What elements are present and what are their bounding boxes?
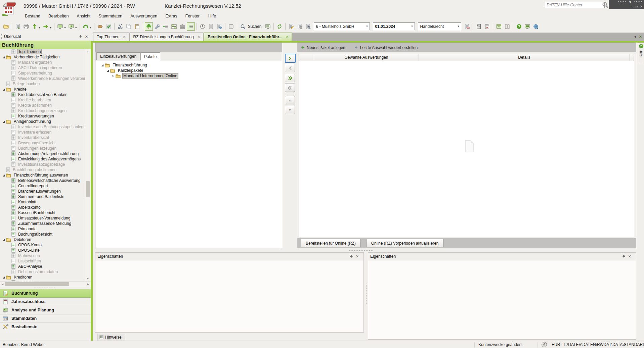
tree-item[interactable]: ABC-Analyse bbox=[0, 264, 85, 269]
tree-expander-icon[interactable]: ◢ bbox=[100, 64, 105, 67]
tab-scroll-icon[interactable]: ▼ bbox=[634, 35, 637, 39]
tree-item[interactable]: Top-Themen bbox=[0, 49, 85, 54]
menu-auswertungen[interactable]: Auswertungen bbox=[127, 13, 161, 19]
tree-expander-icon[interactable]: ▷ bbox=[111, 74, 116, 78]
nav-up-icon[interactable] bbox=[31, 22, 39, 31]
tab-close-icon[interactable]: ✕ bbox=[197, 35, 200, 39]
tree-item[interactable]: ◢Kredite bbox=[0, 87, 85, 92]
scroll-right-icon[interactable]: ▶ bbox=[86, 282, 91, 287]
paste-icon[interactable] bbox=[133, 22, 141, 31]
tree-item[interactable]: Bewegungsübersicht bbox=[0, 140, 85, 146]
tree-item[interactable]: Zusammenfassende Meldung bbox=[0, 221, 85, 226]
tree-item[interactable]: Kreditübersicht von Banken bbox=[0, 92, 85, 97]
nav-forward-icon[interactable] bbox=[42, 22, 50, 31]
calculator-icon[interactable] bbox=[475, 22, 483, 31]
tree-item[interactable]: Mandant ergänzen bbox=[0, 60, 85, 65]
tree-item[interactable]: Mahnwesen bbox=[0, 253, 85, 258]
tree-item[interactable]: ASCII-Daten importieren bbox=[0, 65, 85, 70]
sidebar-splitter[interactable] bbox=[34, 287, 55, 289]
tree-item[interactable]: Buchführung abstimmen bbox=[0, 167, 85, 172]
tree-item[interactable]: OPOS-Konto bbox=[0, 242, 85, 248]
tree-item[interactable]: Investitionsabzugsbeträge bbox=[0, 162, 85, 167]
tree-item[interactable]: ◢Kanzleipakete bbox=[95, 68, 282, 73]
tree-item[interactable]: Kassen-/Bankbericht bbox=[0, 210, 85, 215]
account-tree-icon[interactable] bbox=[145, 22, 153, 31]
button-online-rz-vorperioden-aktualisieren[interactable]: Online (RZ) Vorperioden aktualisieren bbox=[366, 239, 444, 247]
toolbar-combo-client[interactable]: 6 - Musterholz GmbH▼ bbox=[314, 22, 370, 30]
tree-item[interactable]: Buchungen erzeugen bbox=[0, 146, 85, 151]
database-icon[interactable] bbox=[227, 22, 235, 31]
menu-hilfe[interactable]: Hilfe bbox=[204, 13, 219, 19]
column-header-empty[interactable] bbox=[630, 54, 634, 61]
list-view-icon[interactable] bbox=[187, 22, 195, 31]
tree-item[interactable]: Inventare aus Buchungsstapel anlegen bbox=[0, 124, 85, 130]
tree-item[interactable]: Debitorenstammdaten bbox=[0, 269, 85, 275]
tree-item[interactable]: Abstimmung Anlagenbuchführung bbox=[0, 151, 85, 156]
scroll-left-icon[interactable]: ◀ bbox=[0, 282, 5, 287]
refresh-icon[interactable] bbox=[275, 22, 284, 31]
calculator-doc-icon[interactable] bbox=[483, 22, 491, 31]
tree-item[interactable]: ◢Finanzbuchführung bbox=[95, 62, 282, 68]
tree-item[interactable]: ▷Mandant Unternehmen Online bbox=[95, 73, 282, 79]
tab-pakete[interactable]: Pakete bbox=[140, 52, 160, 60]
sidebar-item-stammdaten[interactable]: Stammdaten bbox=[0, 314, 91, 323]
menu-ansicht[interactable]: Ansicht bbox=[73, 13, 94, 19]
sidebar-item-analyse-und-planung[interactable]: Analyse und Planung bbox=[0, 306, 91, 314]
phone-icon[interactable] bbox=[82, 22, 90, 31]
sidebar-item-basisdienste[interactable]: Basisdienste bbox=[0, 323, 91, 331]
tree-expander-icon[interactable]: ◢ bbox=[105, 69, 110, 72]
close-panel-icon[interactable]: ✕ bbox=[85, 35, 88, 39]
sidebar-item-buchf-hrung[interactable]: Buchführung bbox=[0, 289, 91, 298]
toolbar-combo-law[interactable]: Handelsrecht▼ bbox=[418, 22, 461, 30]
tree-item[interactable]: Inventare erfassen bbox=[0, 130, 85, 135]
close-button[interactable]: ✕ bbox=[640, 5, 643, 8]
scroll-up-icon[interactable]: ▲ bbox=[85, 49, 91, 54]
cut-icon[interactable] bbox=[116, 22, 124, 31]
tree-item[interactable]: OPOS-Liste bbox=[0, 248, 85, 253]
chevron-down-icon[interactable]: ▼ bbox=[49, 27, 52, 29]
action-letzte-auswahl-wiederherstellen[interactable]: Letzte Auswahl wiederherstellen bbox=[354, 45, 418, 50]
menu-extras[interactable]: Extras bbox=[162, 13, 180, 19]
help-search-icon[interactable] bbox=[602, 1, 609, 10]
chevron-down-icon[interactable]: ▼ bbox=[410, 25, 414, 28]
export-doc-icon[interactable] bbox=[14, 22, 22, 31]
tree-item[interactable]: ◢Kreditoren bbox=[0, 275, 85, 280]
tree-item[interactable]: Inventarübersicht bbox=[0, 135, 85, 140]
task-check-icon[interactable] bbox=[104, 22, 113, 31]
scroll-down-icon[interactable]: ▼ bbox=[85, 276, 91, 281]
tree-item[interactable]: Kontoblatt bbox=[0, 199, 85, 205]
tree-item[interactable]: ◢Debitoren bbox=[0, 237, 85, 242]
drag-grip-icon[interactable] bbox=[618, 1, 627, 3]
stamp-doc-icon[interactable] bbox=[215, 22, 223, 31]
search-icon[interactable] bbox=[239, 22, 247, 31]
tree-item[interactable]: Kreditbuchungen erzeugen bbox=[0, 108, 85, 113]
tree-expander-icon[interactable]: ◢ bbox=[1, 276, 6, 279]
doc-edit-icon[interactable] bbox=[287, 22, 295, 31]
history-icon[interactable] bbox=[199, 22, 207, 31]
tree-item[interactable]: Arbeitskonto bbox=[0, 205, 85, 210]
doc-search-icon[interactable] bbox=[304, 22, 312, 31]
doc-lock-icon[interactable] bbox=[296, 22, 304, 31]
menu-stammdaten[interactable]: Stammdaten bbox=[95, 13, 126, 19]
move-up-button[interactable]: ▲ bbox=[285, 96, 295, 104]
move-down-button[interactable]: ▼ bbox=[285, 106, 295, 114]
minimize-button[interactable]: — bbox=[629, 5, 633, 8]
tree-item[interactable]: Primanota bbox=[0, 226, 85, 232]
chevron-down-icon[interactable]: ▼ bbox=[75, 27, 77, 29]
wrench-icon[interactable] bbox=[153, 22, 161, 31]
tree-expander-icon[interactable]: ◢ bbox=[1, 238, 6, 241]
sidebar-item-jahresabschluss[interactable]: Jahresabschluss bbox=[0, 298, 91, 306]
tree-expander-icon[interactable]: ◢ bbox=[1, 120, 6, 123]
print-icon[interactable] bbox=[22, 22, 30, 31]
handshake-icon[interactable] bbox=[96, 22, 104, 31]
menu-bearbeiten[interactable]: Bearbeiten bbox=[45, 13, 72, 19]
tab-einzelauswertungen[interactable]: Einzelauswertungen bbox=[96, 52, 140, 60]
move-all-right-button[interactable] bbox=[285, 74, 295, 82]
panel-grip-icon[interactable] bbox=[1, 34, 3, 39]
tree-item[interactable]: Wiederkehrende Buchungen verarbeit... bbox=[0, 76, 85, 81]
archive-icon[interactable] bbox=[495, 22, 503, 31]
move-all-left-button[interactable] bbox=[285, 84, 295, 92]
tree-item[interactable]: Belege buchen bbox=[0, 81, 85, 87]
tab-close-icon[interactable]: ✕ bbox=[123, 35, 126, 39]
drag-grip-icon[interactable] bbox=[634, 1, 643, 3]
